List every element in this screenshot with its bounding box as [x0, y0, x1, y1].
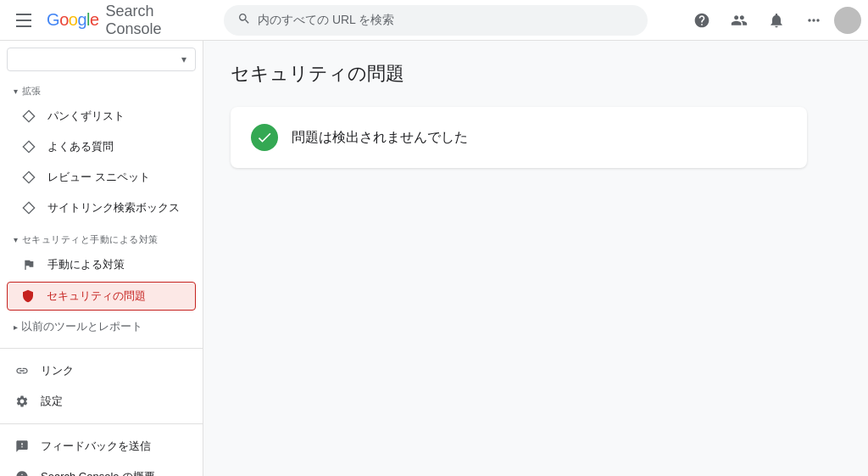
search-bar: 内のすべての URL を検索: [224, 5, 648, 36]
sidebar-item-label: 手動による対策: [47, 257, 125, 272]
hamburger-button[interactable]: [7, 3, 40, 37]
sidebar-item-label: サイトリンク検索ボックス: [47, 200, 180, 216]
main-content: セキュリティの問題 問題は検出されませんでした: [203, 41, 868, 476]
sidebar-item-label: セキュリティの問題: [47, 288, 146, 304]
sidebar-item-label: リンク: [41, 363, 74, 378]
flag-icon: [20, 256, 37, 273]
diamond-icon-2: [20, 138, 37, 155]
link-icon: [14, 362, 31, 379]
app-name: Search Console: [106, 3, 210, 38]
security-section-label[interactable]: セキュリティと手動による対策: [0, 223, 203, 249]
feedback-icon: [14, 438, 31, 455]
sidebar-divider-2: [0, 423, 203, 424]
gear-icon: [14, 393, 31, 410]
accounts-button[interactable]: [722, 3, 756, 37]
diamond-icon-3: [20, 169, 37, 186]
logo-link[interactable]: Google Search Console: [47, 3, 210, 38]
enhancement-section-label[interactable]: 拡張: [0, 75, 203, 101]
success-message: 問題は検出されませんでした: [292, 129, 468, 147]
sidebar-item-security-issues[interactable]: セキュリティの問題: [7, 282, 196, 311]
layout: ▾ 拡張 パンくずリスト よくある質問 レビュー スニペット サイ: [0, 41, 868, 476]
sidebar-item-label: よくある質問: [47, 139, 114, 154]
success-icon: [251, 124, 278, 151]
sidebar-item-sitelinks[interactable]: サイトリンク検索ボックス: [0, 193, 196, 223]
sidebar-item-label: レビュー スニペット: [47, 170, 150, 185]
sidebar-item-label: Search Console の概要: [41, 469, 155, 476]
svg-marker-2: [23, 171, 34, 182]
notifications-button[interactable]: [760, 3, 793, 37]
chevron-down-icon: ▾: [181, 53, 186, 65]
sidebar-item-label: 設定: [41, 394, 63, 409]
sidebar-item-faq[interactable]: よくある質問: [0, 132, 196, 162]
sidebar-item-label: パンくずリスト: [47, 109, 125, 124]
page-title: セキュリティの問題: [231, 61, 841, 87]
checkmark-icon: [256, 129, 273, 146]
header-left: Google Search Console: [7, 3, 210, 38]
sidebar-item-feedback[interactable]: フィードバックを送信: [0, 431, 203, 462]
sidebar: ▾ 拡張 パンくずリスト よくある質問 レビュー スニペット サイ: [0, 41, 203, 476]
property-selector[interactable]: ▾: [7, 48, 196, 71]
svg-marker-3: [23, 202, 34, 213]
sidebar-divider: [0, 348, 203, 349]
header-right: [685, 3, 861, 37]
search-bar-inner: 内のすべての URL を検索: [224, 5, 648, 36]
diamond-icon-4: [20, 199, 37, 216]
svg-marker-1: [23, 141, 34, 152]
svg-marker-0: [23, 110, 34, 121]
sidebar-item-label: フィードバックを送信: [41, 439, 151, 454]
hamburger-icon: [16, 14, 31, 27]
sidebar-item-review-snippet[interactable]: レビュー スニペット: [0, 162, 196, 193]
avatar[interactable]: [834, 7, 861, 34]
apps-button[interactable]: [797, 3, 831, 37]
help-button[interactable]: [685, 3, 719, 37]
sidebar-item-manual-actions[interactable]: 手動による対策: [0, 249, 196, 280]
diamond-icon: [20, 108, 37, 125]
search-placeholder: 内のすべての URL を検索: [258, 13, 394, 28]
sidebar-previous-tools[interactable]: 以前のツールとレポート: [0, 312, 203, 341]
header: Google Search Console 内のすべての URL を検索: [0, 0, 868, 41]
shield-icon: [19, 288, 36, 305]
google-logo: Google: [47, 10, 99, 30]
info-icon: [14, 468, 31, 476]
success-card: 問題は検出されませんでした: [231, 107, 807, 168]
search-icon: [237, 12, 251, 29]
sidebar-item-links[interactable]: リンク: [0, 356, 203, 386]
sidebar-item-breadcrumbs[interactable]: パンくずリスト: [0, 101, 196, 132]
sidebar-item-overview[interactable]: Search Console の概要: [0, 462, 203, 476]
sidebar-item-settings[interactable]: 設定: [0, 386, 203, 417]
